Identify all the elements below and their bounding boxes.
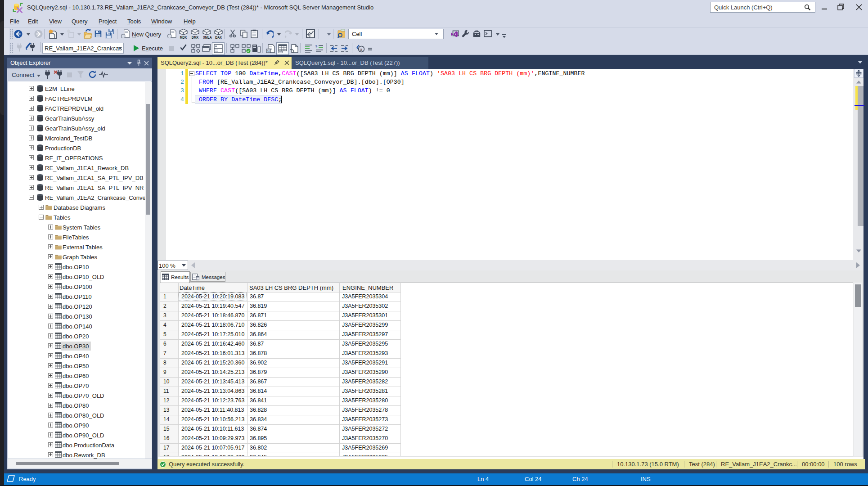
svg-text:a: a [360, 47, 362, 52]
svg-text:01: 01 [267, 50, 270, 53]
svg-text:?: ? [315, 45, 318, 49]
